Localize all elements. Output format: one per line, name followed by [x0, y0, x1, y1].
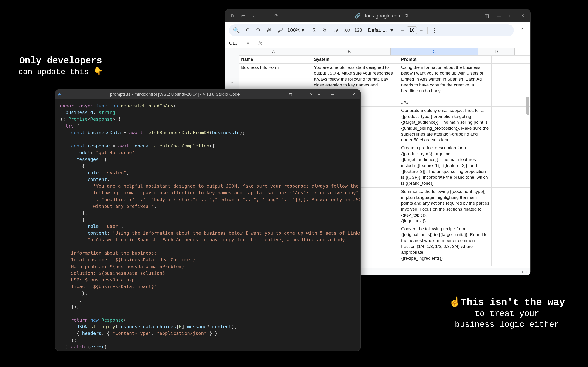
scroll-left-icon[interactable]: ◄	[520, 270, 523, 274]
maximize-button[interactable]: □	[506, 12, 515, 19]
number-format-button[interactable]: 123	[354, 26, 362, 34]
minimize-button[interactable]: —	[328, 91, 337, 98]
font-size-value[interactable]: 10	[407, 26, 417, 34]
cell-reference-input[interactable]: C13 ▾	[225, 38, 255, 48]
column-headers: A B C D	[225, 48, 530, 55]
cell[interactable]: System	[312, 56, 399, 64]
select-all-corner[interactable]	[225, 48, 239, 55]
annotation-r2: to treat your	[449, 309, 565, 319]
redo-button[interactable]: ↷	[254, 26, 262, 34]
column-header-c[interactable]: C	[391, 48, 478, 55]
vscode-icon: ⬘	[58, 92, 61, 97]
cell[interactable]	[492, 187, 530, 225]
lock-icon: 🔗	[355, 13, 361, 19]
annotation-line-1: Only developers	[18, 55, 103, 67]
close-tab-icon[interactable]: ✕	[310, 92, 313, 97]
close-button[interactable]: ✕	[349, 91, 358, 98]
annotation-business-logic: ☝️This isn't the way to treat your busin…	[449, 296, 565, 330]
cell[interactable]: Summarize the following {{document_type}…	[399, 187, 491, 225]
column-header-d[interactable]: D	[478, 48, 515, 55]
undo-button[interactable]: ↶	[243, 26, 251, 34]
address-bar[interactable]: 🔗 docs.google.com ⇅	[284, 13, 479, 19]
cell[interactable]: Using the information about the business…	[399, 63, 491, 106]
cell[interactable]: Convert the following recipe from {{orig…	[399, 225, 491, 266]
row-header[interactable]: 1	[225, 55, 239, 63]
annotation-developers: Only developers can update this 👇	[18, 55, 103, 77]
cell[interactable]: Name	[239, 56, 312, 64]
maximize-button[interactable]: □	[338, 91, 347, 98]
window-title: prompts.ts - mindcontrol [WSL: Ubuntu-20…	[64, 92, 286, 97]
vscode-titlebar: ⬘ prompts.ts - mindcontrol [WSL: Ubuntu-…	[55, 90, 360, 99]
back-button[interactable]: ←	[251, 12, 258, 19]
cell[interactable]	[492, 225, 530, 266]
sheets-toolbar: 🔍 ↶ ↷ 🖶 🖌 100% ▾ $ % .0̷ .00̩ 123 Defaul…	[225, 22, 530, 38]
currency-button[interactable]: $	[310, 26, 318, 34]
formula-bar: C13 ▾ fx	[225, 38, 530, 48]
tune-icon: ⇅	[405, 13, 409, 19]
compare-icon[interactable]: ⇆	[289, 92, 292, 97]
split-editor-icon[interactable]: ◫	[295, 92, 299, 97]
zoom-select[interactable]: 100% ▾	[287, 27, 304, 33]
print-button[interactable]: 🖶	[265, 26, 274, 34]
table-row: NameSystemPrompt	[239, 56, 530, 64]
code-editor[interactable]: export async function generateLinkedInAd…	[55, 99, 360, 351]
vscode-window: ⬘ prompts.ts - mindcontrol [WSL: Ubuntu-…	[55, 90, 361, 351]
chevron-down-icon: ▾	[390, 27, 393, 33]
more-options-button[interactable]: ⋮	[431, 26, 439, 34]
minimize-button[interactable]: —	[494, 12, 503, 19]
sidebar-toggle-icon[interactable]: ⧉	[229, 12, 236, 19]
search-icon[interactable]: 🔍	[232, 26, 241, 34]
url-text: docs.google.com	[363, 13, 401, 19]
expand-toolbar-button[interactable]: ⌃	[518, 26, 527, 35]
panel-icon[interactable]: ▭	[240, 12, 247, 19]
chevron-down-icon: ▾	[247, 41, 249, 46]
cell[interactable]: Prompt	[399, 56, 491, 64]
cell[interactable]: Create a product description for a {{pro…	[399, 144, 491, 187]
annotation-line-2: can update this 👇	[18, 67, 103, 77]
decrease-font-button[interactable]: −	[399, 27, 406, 34]
fx-label: fx	[255, 41, 265, 46]
vertical-scrollbar[interactable]	[526, 97, 529, 115]
reload-button[interactable]: ⟳	[273, 12, 280, 19]
percent-button[interactable]: %	[321, 26, 329, 34]
scroll-right-icon[interactable]: ►	[525, 270, 528, 274]
decrease-decimal-button[interactable]: .0̷	[332, 26, 340, 34]
more-icon[interactable]: ⋯	[316, 92, 320, 97]
cell[interactable]: Generate 5 catchy email subject lines fo…	[399, 107, 491, 144]
increase-font-button[interactable]: +	[418, 27, 425, 34]
font-size-control: − 10 +	[399, 26, 425, 34]
cell[interactable]	[492, 56, 530, 64]
column-header-a[interactable]: A	[239, 48, 308, 55]
increase-decimal-button[interactable]: .00̩	[343, 26, 351, 34]
browser-titlebar: ⧉ ▭ ← → ⟳ 🔗 docs.google.com ⇅ ◫ — □ ✕	[225, 9, 530, 22]
annotation-r3: business logic either	[449, 319, 565, 330]
font-select[interactable]: Defaul... ▾	[368, 27, 393, 33]
cell[interactable]	[492, 63, 530, 106]
chevron-down-icon: ▾	[302, 27, 304, 33]
cell[interactable]	[492, 107, 530, 144]
split-icon[interactable]: ◫	[483, 12, 490, 19]
column-header-b[interactable]: B	[308, 48, 391, 55]
cell[interactable]	[492, 144, 530, 187]
forward-button[interactable]: →	[262, 12, 269, 19]
paint-format-button[interactable]: 🖌	[276, 26, 285, 34]
close-button[interactable]: ✕	[518, 12, 527, 19]
annotation-r1: ☝️This isn't the way	[449, 296, 565, 309]
layout-icon[interactable]: ▭	[303, 92, 306, 97]
